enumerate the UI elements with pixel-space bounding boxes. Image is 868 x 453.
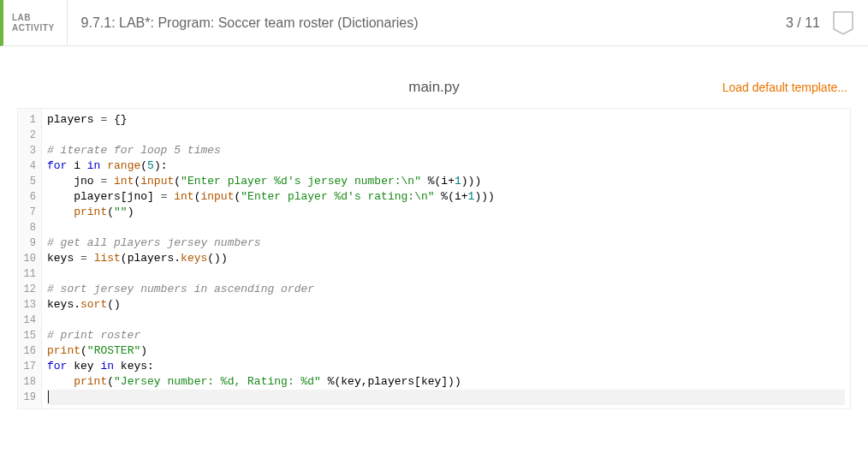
code-line[interactable]: for key in keys: [47,359,845,374]
line-number: 6 [18,189,36,205]
file-header: main.py Load default template... [0,67,868,108]
line-number: 16 [18,343,36,359]
badge-line-1: LAB [12,13,55,23]
line-number: 2 [18,128,36,143]
code-line[interactable]: # iterate for loop 5 times [47,143,845,158]
score-display: 3 / 11 [786,0,832,45]
code-line[interactable] [47,220,845,235]
code-line[interactable]: print("Jersey number: %d, Rating: %d" %(… [47,374,845,390]
lab-activity-badge: LAB ACTIVITY [3,0,68,45]
text-cursor [48,390,49,403]
code-line[interactable]: # get all players jersey numbers [47,235,845,251]
line-number: 4 [18,158,36,174]
line-number: 19 [18,390,36,405]
code-line[interactable]: # sort jersey numbers in ascending order [47,282,845,297]
line-number: 18 [18,374,36,390]
code-line[interactable] [47,128,845,143]
code-line[interactable]: print("ROSTER") [47,343,845,359]
line-number: 5 [18,174,36,189]
app-container: LAB ACTIVITY 9.7.1: LAB*: Program: Socce… [0,0,868,453]
activity-title: 9.7.1: LAB*: Program: Soccer team roster… [68,0,786,45]
code-line[interactable]: for i in range(5): [47,158,845,174]
line-number: 15 [18,328,36,343]
code-line[interactable]: keys.sort() [47,297,845,313]
line-number: 12 [18,282,36,297]
code-line[interactable]: jno = int(input("Enter player %d's jerse… [47,174,845,189]
line-number: 14 [18,313,36,328]
code-line[interactable] [47,266,845,282]
code-line[interactable] [47,390,845,405]
line-number: 17 [18,359,36,374]
line-number: 3 [18,143,36,158]
code-line[interactable]: players = {} [47,112,845,128]
code-editor[interactable]: 12345678910111213141516171819 players = … [17,108,851,409]
code-line[interactable]: print("") [47,205,845,220]
line-number-gutter: 12345678910111213141516171819 [18,109,42,408]
code-wrapper: 12345678910111213141516171819 players = … [0,108,868,409]
code-line[interactable]: players[jno] = int(input("Enter player %… [47,189,845,205]
line-number: 1 [18,112,36,128]
code-line[interactable]: # print roster [47,328,845,343]
line-number: 10 [18,251,36,266]
badge-line-2: ACTIVITY [12,23,55,33]
line-number: 9 [18,235,36,251]
line-number: 13 [18,297,36,313]
line-number: 8 [18,220,36,235]
file-name: main.py [408,79,460,96]
line-number: 7 [18,205,36,220]
code-line[interactable] [47,313,845,328]
activity-header: LAB ACTIVITY 9.7.1: LAB*: Program: Socce… [0,0,868,46]
load-default-template-link[interactable]: Load default template... [722,80,847,94]
code-line[interactable]: keys = list(players.keys()) [47,251,845,266]
line-number: 11 [18,266,36,282]
code-content[interactable]: players = {}# iterate for loop 5 timesfo… [42,109,850,408]
bookmark-pocket-icon[interactable] [832,0,868,45]
